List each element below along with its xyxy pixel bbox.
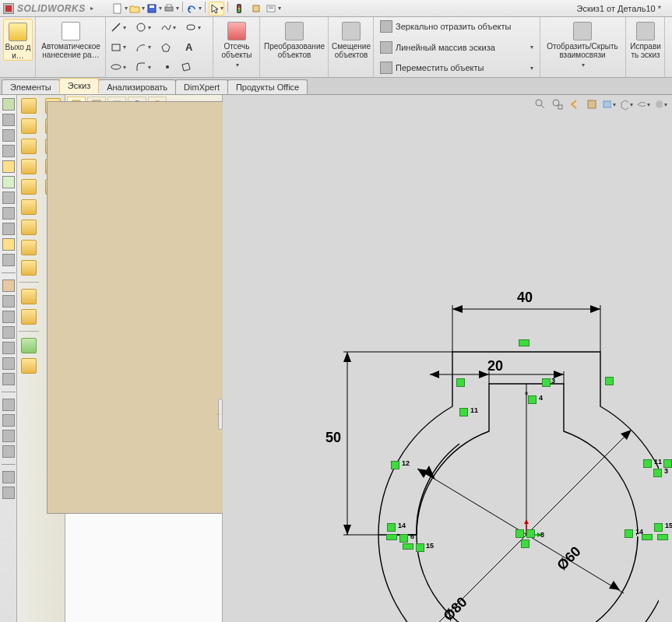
relation-mark[interactable] xyxy=(643,459,652,468)
strip-icon[interactable] xyxy=(2,430,15,442)
strip-icon[interactable] xyxy=(2,342,15,354)
strip-icon[interactable] xyxy=(2,471,15,483)
boundary-icon[interactable] xyxy=(21,179,37,195)
surf2-icon[interactable] xyxy=(21,220,37,235)
relation-mark[interactable] xyxy=(625,529,633,538)
relation-mark[interactable] xyxy=(542,378,551,387)
open-button[interactable]: ▾ xyxy=(129,2,145,16)
select-button[interactable]: ▾ xyxy=(209,2,224,16)
relation-horizontal[interactable] xyxy=(519,339,530,346)
graphics-area[interactable]: ▾ ▾ ▾ ▾ ⋮ xyxy=(223,95,672,622)
strip-icon[interactable] xyxy=(2,326,15,339)
spline-tool[interactable]: ▾ xyxy=(159,19,182,35)
relation-mark[interactable] xyxy=(528,395,537,404)
revolve-boss-icon[interactable] xyxy=(21,118,37,134)
smart-dimension-button[interactable]: Автоматическое нанесение ра… xyxy=(39,19,103,59)
tab-office[interactable]: Продукты Office xyxy=(227,79,308,94)
trim-button[interactable]: Отсечь объекты ▾ xyxy=(216,19,257,69)
chamfer-feat-icon[interactable] xyxy=(21,309,37,325)
mirror-entities-button[interactable]: Зеркально отразить объекты xyxy=(377,19,537,34)
fillet-feat-icon[interactable] xyxy=(21,289,37,304)
polygon-tool[interactable] xyxy=(159,40,182,55)
point-btn[interactable] xyxy=(159,59,176,75)
curve-icon[interactable] xyxy=(21,358,37,374)
tab-evaluate[interactable]: Анализировать xyxy=(98,79,176,94)
convert-entities-button[interactable]: Преобразование объектов xyxy=(263,19,325,59)
strip-icon[interactable] xyxy=(2,207,15,220)
move-entities-button[interactable]: Переместить объекты▾ xyxy=(377,60,537,76)
relation-mark[interactable] xyxy=(416,543,424,552)
relation-horizontal[interactable] xyxy=(403,543,413,550)
hide-show-icon[interactable]: ▾ xyxy=(636,97,650,111)
strip-icon[interactable] xyxy=(2,487,15,499)
strip-icon[interactable] xyxy=(2,129,15,142)
strip-icon[interactable] xyxy=(2,145,15,157)
relation-mark[interactable] xyxy=(456,378,465,387)
zoom-area-icon[interactable] xyxy=(551,97,565,111)
strip-icon[interactable] xyxy=(2,160,15,173)
rebuild-button[interactable] xyxy=(248,2,264,16)
dim-20[interactable]: 20 xyxy=(487,358,503,374)
strip-icon[interactable] xyxy=(2,238,15,251)
strip-icon[interactable] xyxy=(2,414,15,427)
surf4-icon[interactable] xyxy=(21,260,37,276)
tab-features[interactable]: Элементы xyxy=(2,79,60,94)
display-style-icon[interactable]: ▾ xyxy=(602,97,616,111)
strip-icon[interactable] xyxy=(2,114,15,126)
strip-icon[interactable] xyxy=(2,445,15,458)
strip-icon[interactable] xyxy=(2,192,15,204)
arc-tool[interactable]: ▾ xyxy=(134,40,157,55)
loft-icon[interactable] xyxy=(21,159,37,174)
ellipse-tool[interactable]: ▾ xyxy=(184,19,207,35)
relation-mark[interactable] xyxy=(521,539,530,548)
sweep-icon[interactable] xyxy=(21,139,37,154)
surf1-icon[interactable] xyxy=(21,199,37,215)
panel-splitter[interactable]: ⋮ xyxy=(218,399,223,430)
app-menu-dropdown[interactable]: ▸ xyxy=(90,5,93,12)
relation-vertical[interactable] xyxy=(605,377,614,385)
relation-mark[interactable] xyxy=(515,529,524,538)
point-tool[interactable]: ▾ xyxy=(109,59,132,75)
tab-dimxpert[interactable]: DimXpert xyxy=(175,79,228,94)
relation-mark[interactable] xyxy=(399,534,408,543)
plane-tool[interactable] xyxy=(178,59,195,75)
zoom-fit-icon[interactable] xyxy=(533,97,547,111)
line-tool[interactable]: ▾ xyxy=(109,19,132,35)
tab-sketch[interactable]: Эскиз xyxy=(59,78,99,94)
fillet-tool[interactable]: ▾ xyxy=(134,59,157,75)
strip-icon[interactable] xyxy=(2,311,15,323)
section-view-icon[interactable] xyxy=(585,97,599,111)
extrude-boss-icon[interactable] xyxy=(21,98,37,114)
traffic-light-button[interactable] xyxy=(231,2,247,16)
spline-feat-icon[interactable] xyxy=(21,338,37,353)
offset-entities-button[interactable]: Смещение объектов xyxy=(332,19,371,59)
relation-mark[interactable] xyxy=(654,523,663,532)
repair-sketch-button[interactable]: Исправить эскиз xyxy=(629,19,662,59)
relation-horizontal[interactable] xyxy=(657,534,668,540)
strip-icon[interactable] xyxy=(2,223,15,235)
print-button[interactable]: ▾ xyxy=(164,2,179,16)
circle-tool[interactable]: ▾ xyxy=(134,19,157,35)
strip-icon[interactable] xyxy=(2,373,15,385)
view-orient-icon[interactable]: ▾ xyxy=(619,97,633,111)
relation-mark[interactable] xyxy=(653,469,662,477)
relation-horizontal[interactable] xyxy=(642,534,653,540)
exit-sketch-button[interactable]: Выхо д и… xyxy=(3,19,33,61)
strip-icon[interactable] xyxy=(2,176,15,188)
strip-icon[interactable] xyxy=(2,295,15,307)
strip-icon[interactable] xyxy=(2,98,15,111)
relation-horizontal[interactable] xyxy=(386,534,397,540)
show-relations-button[interactable]: Отобразить/Скрыть взаимосвязи ▾ xyxy=(544,19,621,69)
relation-mark[interactable] xyxy=(387,523,396,532)
linear-pattern-button[interactable]: Линейный массив эскиза▾ xyxy=(377,40,537,55)
save-button[interactable]: ▾ xyxy=(146,2,162,16)
new-button[interactable]: ▾ xyxy=(112,2,128,16)
dim-50[interactable]: 50 xyxy=(325,430,341,446)
relation-mark[interactable] xyxy=(391,461,399,469)
prev-view-icon[interactable] xyxy=(568,97,582,111)
relation-mark[interactable] xyxy=(526,529,535,538)
strip-icon[interactable] xyxy=(2,279,15,292)
options-button[interactable]: ▾ xyxy=(266,2,281,16)
relation-mark[interactable] xyxy=(459,408,468,416)
strip-icon[interactable] xyxy=(2,399,15,411)
